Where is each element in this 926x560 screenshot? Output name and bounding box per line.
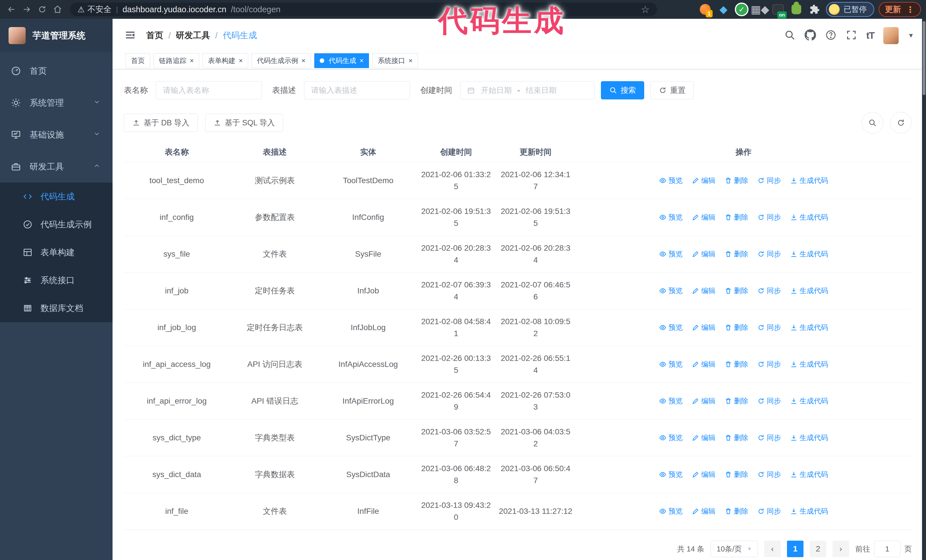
reload-icon[interactable] bbox=[36, 3, 48, 16]
delete-action[interactable]: 删除 bbox=[725, 322, 748, 333]
browser-update-button[interactable]: 更新 ⋮ bbox=[879, 2, 921, 17]
sync-action[interactable]: 同步 bbox=[757, 395, 781, 406]
submenu-item-db-doc[interactable]: 数据库文档 bbox=[0, 294, 112, 322]
delete-action[interactable]: 删除 bbox=[725, 285, 748, 296]
preview-action[interactable]: 预览 bbox=[659, 249, 683, 260]
generate-code-action[interactable]: 生成代码 bbox=[790, 175, 828, 186]
github-icon[interactable] bbox=[805, 29, 816, 42]
home-icon[interactable] bbox=[51, 3, 64, 16]
delete-action[interactable]: 删除 bbox=[725, 212, 748, 223]
tab-close-icon[interactable]: × bbox=[190, 57, 194, 64]
hamburger-icon[interactable] bbox=[124, 29, 136, 42]
search-button[interactable]: 搜索 bbox=[601, 81, 644, 100]
preview-action[interactable]: 预览 bbox=[659, 175, 683, 186]
preview-action[interactable]: 预览 bbox=[659, 285, 683, 296]
user-avatar[interactable] bbox=[883, 27, 899, 44]
page-size-select[interactable]: 10条/页 ▼ bbox=[711, 540, 758, 557]
page-button-1[interactable]: 1 bbox=[787, 540, 803, 557]
extension-robot-icon[interactable] bbox=[790, 3, 803, 16]
sync-action[interactable]: 同步 bbox=[757, 432, 781, 443]
sync-action[interactable]: 同步 bbox=[757, 469, 781, 480]
generate-code-action[interactable]: 生成代码 bbox=[790, 212, 828, 223]
page-button-2[interactable]: 2 bbox=[810, 540, 826, 557]
delete-action[interactable]: 删除 bbox=[725, 469, 748, 480]
extension-grid-icon[interactable]: ▦ ◆ bbox=[753, 3, 767, 16]
import-sql-button[interactable]: 基于 SQL 导入 bbox=[205, 114, 283, 132]
extensions-puzzle-icon[interactable] bbox=[808, 3, 822, 16]
sidebar-item-devtools[interactable]: 研发工具 bbox=[0, 151, 112, 183]
submenu-item-form-builder[interactable]: 表单构建 bbox=[0, 238, 112, 266]
edit-action[interactable]: 编辑 bbox=[692, 285, 716, 296]
caret-down-icon[interactable]: ▼ bbox=[908, 32, 914, 39]
browser-profile-chip[interactable]: 已暂停 bbox=[826, 2, 874, 17]
tab[interactable]: 表单构建 × bbox=[203, 53, 248, 68]
edit-action[interactable]: 编辑 bbox=[692, 469, 716, 480]
edit-action[interactable]: 编辑 bbox=[692, 359, 716, 370]
breadcrumb-home[interactable]: 首页 bbox=[146, 30, 163, 41]
generate-code-action[interactable]: 生成代码 bbox=[790, 469, 828, 480]
delete-action[interactable]: 删除 bbox=[725, 249, 748, 260]
sync-action[interactable]: 同步 bbox=[757, 322, 781, 333]
tab-close-icon[interactable]: × bbox=[360, 57, 363, 64]
sync-action[interactable]: 同步 bbox=[757, 249, 781, 260]
submenu-item-codegen[interactable]: 代码生成 bbox=[0, 183, 112, 210]
edit-action[interactable]: 编辑 bbox=[692, 432, 716, 443]
back-icon[interactable] bbox=[5, 3, 18, 16]
generate-code-action[interactable]: 生成代码 bbox=[790, 432, 828, 443]
preview-action[interactable]: 预览 bbox=[659, 506, 683, 517]
toggle-search-button[interactable] bbox=[862, 112, 883, 134]
generate-code-action[interactable]: 生成代码 bbox=[790, 359, 828, 370]
sync-action[interactable]: 同步 bbox=[757, 212, 781, 223]
preview-action[interactable]: 预览 bbox=[659, 212, 683, 223]
fullscreen-icon[interactable] bbox=[846, 29, 857, 42]
generate-code-action[interactable]: 生成代码 bbox=[790, 322, 828, 333]
preview-action[interactable]: 预览 bbox=[659, 469, 683, 480]
sync-action[interactable]: 同步 bbox=[757, 285, 781, 296]
generate-code-action[interactable]: 生成代码 bbox=[790, 506, 828, 517]
forward-icon[interactable] bbox=[21, 3, 33, 16]
tab[interactable]: 代码生成示例 × bbox=[251, 53, 311, 68]
extension-gem-icon[interactable]: ◆ bbox=[717, 3, 730, 16]
delete-action[interactable]: 删除 bbox=[725, 432, 748, 443]
submenu-item-codegen-demo[interactable]: 代码生成示例 bbox=[0, 210, 112, 238]
tab[interactable]: 系统接口 × bbox=[372, 53, 418, 68]
edit-action[interactable]: 编辑 bbox=[692, 395, 716, 406]
font-size-icon[interactable]: tT bbox=[866, 30, 874, 41]
delete-action[interactable]: 删除 bbox=[725, 395, 748, 406]
date-range-picker[interactable]: 开始日期 - 结束日期 bbox=[460, 81, 595, 100]
delete-action[interactable]: 删除 bbox=[725, 506, 748, 517]
extension-orange-icon[interactable]: 1 bbox=[698, 3, 712, 16]
tab[interactable]: 代码生成 × bbox=[314, 53, 369, 68]
delete-action[interactable]: 删除 bbox=[725, 175, 748, 186]
help-icon[interactable] bbox=[825, 29, 837, 42]
delete-action[interactable]: 删除 bbox=[725, 359, 748, 370]
reset-button[interactable]: 重置 bbox=[651, 81, 694, 100]
generate-code-action[interactable]: 生成代码 bbox=[790, 285, 828, 296]
scrollbar-thumb[interactable] bbox=[923, 21, 925, 95]
table-name-input[interactable] bbox=[156, 81, 262, 100]
submenu-item-api[interactable]: 系统接口 bbox=[0, 266, 112, 294]
edit-action[interactable]: 编辑 bbox=[692, 249, 716, 260]
tab[interactable]: 链路追踪 × bbox=[154, 53, 199, 68]
preview-action[interactable]: 预览 bbox=[659, 359, 683, 370]
menu-dots-icon[interactable]: ⋮ bbox=[906, 5, 915, 15]
security-warning[interactable]: ⚠ 不安全 bbox=[77, 4, 111, 15]
goto-page-input[interactable] bbox=[874, 540, 900, 557]
refresh-table-button[interactable] bbox=[890, 112, 912, 134]
edit-action[interactable]: 编辑 bbox=[692, 322, 716, 333]
sidebar-item-system[interactable]: 系统管理 bbox=[0, 87, 112, 119]
preview-action[interactable]: 预览 bbox=[659, 395, 683, 406]
generate-code-action[interactable]: 生成代码 bbox=[790, 395, 828, 406]
preview-action[interactable]: 预览 bbox=[659, 432, 683, 443]
tab-close-icon[interactable]: × bbox=[301, 57, 306, 64]
tab-close-icon[interactable]: × bbox=[409, 57, 413, 64]
bookmark-star-icon[interactable]: ☆ bbox=[641, 4, 650, 15]
sync-action[interactable]: 同步 bbox=[757, 506, 781, 517]
extension-dark-icon[interactable]: on bbox=[771, 3, 785, 16]
next-page-button[interactable]: › bbox=[832, 540, 849, 557]
tab-close-icon[interactable]: × bbox=[239, 57, 243, 64]
table-desc-input[interactable] bbox=[304, 81, 410, 100]
address-bar[interactable]: ⚠ 不安全 | dashboard.yudao.iocoder.cn/tool/… bbox=[70, 3, 657, 16]
scrollbar[interactable] bbox=[922, 19, 926, 560]
search-icon[interactable] bbox=[784, 29, 796, 42]
